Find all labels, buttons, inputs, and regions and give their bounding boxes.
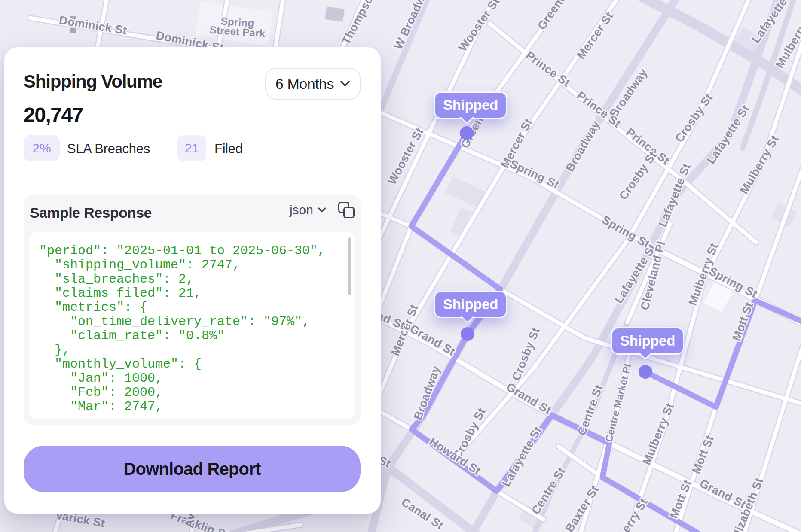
sample-response-panel: Sample Response json "period": "2025-01-… (24, 195, 361, 425)
period-select[interactable]: 6 Months (265, 68, 361, 100)
shipped-badge-label: Shipped (620, 333, 675, 349)
stat-badge-sla-value: 2% (32, 141, 51, 155)
route-marker[interactable] (461, 327, 474, 341)
code-line: "shipping_volume": 2747, (39, 258, 355, 272)
street-label: Mott St (667, 478, 694, 520)
code-line: }, (39, 343, 355, 357)
volume-value: 20,747 (24, 103, 83, 127)
language-select-value[interactable]: json (290, 203, 313, 217)
street-label: Lafayette St (499, 424, 544, 489)
code-line: "Jan": 1000, (39, 371, 355, 386)
street-label: Mulberry St (640, 401, 676, 467)
street-label: Mott St (689, 434, 716, 476)
stat-badge-sla: 2% (24, 135, 60, 161)
street-label: Mercer St (574, 10, 616, 61)
shipped-badge-label: Shipped (443, 296, 498, 313)
stat-label-filed: Filed (214, 141, 243, 157)
street-label: Mulberry St (605, 496, 650, 532)
code-line: "on_time_delivery_rate": "97%", (39, 315, 355, 329)
code-block[interactable]: "period": "2025-01-01 to 2025-06-30", "s… (30, 232, 355, 419)
shipped-badge[interactable]: Shipped (434, 91, 507, 119)
route-marker[interactable] (460, 126, 474, 140)
street-label: Thompson St (339, 0, 386, 46)
download-report-button[interactable]: Download Report (24, 446, 361, 492)
building (325, 6, 345, 22)
stat-badge-filed-value: 21 (185, 141, 199, 155)
shipped-badge[interactable]: Shipped (434, 291, 507, 318)
shipping-volume-card: Shipping Volume 6 Months 20,747 2% SLA B… (4, 47, 381, 514)
shipped-badge-label: Shipped (443, 97, 498, 113)
street-label: W Broadway (391, 0, 433, 51)
street-label: Greene St (535, 0, 578, 32)
stat-label-sla: SLA Breaches (67, 141, 150, 157)
street-label: Dominick St (58, 14, 128, 37)
chevron-down-icon (340, 81, 350, 87)
stat-badge-filed: 21 (177, 135, 206, 161)
divider (24, 179, 361, 179)
card-title: Shipping Volume (24, 71, 162, 92)
code-line: "Feb": 2000, (39, 386, 355, 400)
street-label: Broadway (563, 119, 602, 174)
code-line: "claim_rate": "0.8%" (39, 329, 355, 343)
code-line: "Mar": 2747, (39, 400, 355, 414)
street-label: Grand St (408, 322, 458, 358)
street-label: Mott St (730, 301, 755, 343)
shipped-badge[interactable]: Shipped (611, 327, 684, 355)
copy-button[interactable] (338, 202, 355, 218)
street-label: Centre St (529, 465, 568, 517)
code-line: "monthly_volume": { (39, 357, 355, 371)
code-line: "metrics": { (39, 301, 355, 315)
sample-response-title: Sample Response (30, 204, 152, 221)
code-line: "period": "2025-01-01 to 2025-06-30", (39, 244, 355, 258)
route-marker[interactable] (639, 365, 652, 379)
street-label: Crosby St (673, 91, 715, 145)
code-line: "sla_breaches": 2, (39, 272, 355, 286)
period-select-value: 6 Months (275, 76, 334, 92)
code-line: "claims_filed": 21, (39, 286, 355, 301)
app: Dominick StDominick StThompson StW Broad… (0, 0, 801, 532)
download-report-label: Download Report (123, 459, 260, 479)
street-label: Grand St (504, 380, 553, 417)
chevron-down-icon[interactable] (318, 207, 326, 213)
street-label: Centre St (575, 383, 605, 437)
code-scrollbar[interactable] (348, 237, 351, 295)
street-label: Howard St (427, 435, 483, 477)
